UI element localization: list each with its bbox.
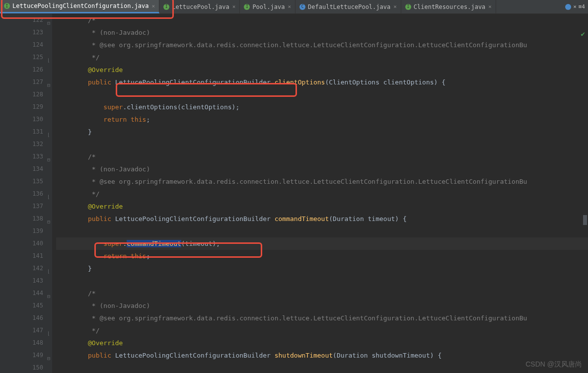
fold-icon[interactable]: ⌊ [47, 327, 50, 340]
line-number: 136⌊ [0, 188, 43, 200]
line-number: 131⌊ [0, 126, 43, 138]
line-number: 150 [0, 362, 43, 373]
code-line[interactable]: super.commandTimeout(timeout); [56, 237, 588, 250]
line-number: 137 [0, 200, 43, 213]
line-number: 139 [0, 225, 43, 237]
code-line[interactable]: */ [56, 51, 588, 64]
line-number: 124 [0, 39, 43, 51]
overflow-count: ≡4 [579, 3, 585, 10]
line-number: 148 [0, 337, 43, 349]
code-line[interactable]: @Override [56, 64, 588, 76]
line-number: 145 [0, 299, 43, 312]
close-icon[interactable]: × [488, 3, 492, 10]
code-line[interactable]: * @see org.springframework.data.redis.co… [56, 175, 588, 188]
tab-overflow[interactable]: ×≡4 [562, 3, 588, 10]
line-number: 135 [0, 175, 43, 188]
tab-4[interactable]: IClientResources.java× [401, 0, 496, 13]
editor-tabs: ILettucePoolingClientConfiguration.java×… [0, 0, 588, 14]
fold-icon[interactable]: ⊟ [47, 79, 50, 91]
line-number: 125⌊ [0, 51, 43, 64]
interface-icon: I [244, 4, 250, 10]
close-icon[interactable]: × [573, 3, 577, 10]
code-line[interactable]: public LettucePoolingClientConfiguration… [56, 213, 588, 225]
line-number: 126 [0, 64, 43, 76]
fold-icon[interactable]: ⌊ [47, 265, 50, 278]
code-line[interactable]: /* [56, 150, 588, 163]
line-number: 149⊟o↑ @ [0, 349, 43, 362]
line-number: 140 [0, 237, 43, 250]
code-line[interactable] [56, 88, 588, 101]
fold-icon[interactable]: ⊟ [47, 153, 50, 166]
fold-icon[interactable]: ⊟ [47, 352, 50, 365]
code-line[interactable]: return this; [56, 250, 588, 262]
line-number: 130 [0, 113, 43, 126]
class-icon: C [299, 4, 305, 10]
fold-icon[interactable]: ⊟ [47, 17, 50, 29]
line-number: 128 [0, 88, 43, 101]
line-number: 144⊟ [0, 287, 43, 299]
code-line[interactable] [56, 362, 588, 373]
code-line[interactable]: } [56, 262, 588, 275]
line-number: 134 [0, 163, 43, 175]
line-number: 143 [0, 275, 43, 287]
line-number: 133⊟ [0, 150, 43, 163]
fold-icon[interactable]: ⌊ [47, 191, 50, 203]
code-line[interactable] [56, 225, 588, 237]
code-line[interactable]: * (non-Javadoc) [56, 299, 588, 312]
close-icon[interactable]: × [152, 3, 155, 9]
tab-3[interactable]: CDefaultLettucePool.java× [295, 0, 401, 13]
code-line[interactable]: return this; [56, 113, 588, 126]
code-line[interactable]: public LettucePoolingClientConfiguration… [56, 349, 588, 362]
code-editor[interactable]: 122⊟123124125⌊126127⊟o↑ @128129130131⌊13… [0, 14, 588, 373]
fold-icon[interactable]: ⌊ [47, 129, 50, 141]
tab-label: DefaultLettucePool.java [308, 3, 390, 10]
fold-icon[interactable]: ⊟ [47, 216, 50, 228]
tab-label: ClientResources.java [414, 3, 486, 10]
fold-icon[interactable]: ⊟ [47, 290, 50, 302]
line-number: 129 [0, 101, 43, 113]
code-line[interactable]: * (non-Javadoc) [56, 26, 588, 39]
tab-label: LettucePoolingClientConfiguration.java [12, 2, 149, 9]
code-line[interactable]: * @see org.springframework.data.redis.co… [56, 39, 588, 51]
inspection-check-icon[interactable]: ✔ [581, 30, 585, 38]
line-number: 147⌊ [0, 324, 43, 337]
line-number: 142⌊ [0, 262, 43, 275]
interface-icon: I [4, 3, 10, 9]
close-icon[interactable]: × [288, 3, 291, 10]
code-area[interactable]: /* * (non-Javadoc) * @see org.springfram… [52, 14, 588, 373]
line-number: 138⊟o↑ @ [0, 213, 43, 225]
interface-icon: I [163, 4, 169, 10]
code-line[interactable]: */ [56, 188, 588, 200]
fold-icon[interactable]: ⌊ [47, 54, 50, 67]
interface-icon: I [405, 4, 411, 10]
gutter: 122⊟123124125⌊126127⊟o↑ @128129130131⌊13… [0, 14, 52, 373]
tab-label: LettucePool.java [172, 3, 229, 10]
watermark: CSDN @汉风唐尚 [525, 360, 582, 369]
line-number: 146 [0, 312, 43, 324]
code-line[interactable]: /* [56, 14, 588, 26]
tab-1[interactable]: ILettucePool.java× [159, 0, 240, 13]
code-line[interactable]: * @see org.springframework.data.redis.co… [56, 312, 588, 324]
close-icon[interactable]: × [393, 3, 397, 10]
tab-label: Pool.java [252, 3, 285, 10]
line-number: 141 [0, 250, 43, 262]
code-line[interactable]: super.clientOptions(clientOptions); [56, 101, 588, 113]
scroll-marker [583, 215, 587, 225]
code-line[interactable]: @Override [56, 200, 588, 213]
line-number: 122⊟ [0, 14, 43, 26]
code-line[interactable] [56, 275, 588, 287]
code-line[interactable]: } [56, 126, 588, 138]
code-line[interactable]: */ [56, 324, 588, 337]
line-number: 123 [0, 26, 43, 39]
class-icon [565, 4, 571, 10]
line-number: 127⊟o↑ @ [0, 76, 43, 88]
code-line[interactable]: @Override [56, 337, 588, 349]
tab-2[interactable]: IPool.java× [240, 0, 295, 13]
close-icon[interactable]: × [232, 3, 236, 10]
code-line[interactable]: * (non-Javadoc) [56, 163, 588, 175]
code-line[interactable]: public LettucePoolingClientConfiguration… [56, 76, 588, 88]
code-line[interactable]: /* [56, 287, 588, 299]
code-line[interactable] [56, 138, 588, 150]
line-number: 132 [0, 138, 43, 150]
tab-0[interactable]: ILettucePoolingClientConfiguration.java× [0, 0, 159, 13]
